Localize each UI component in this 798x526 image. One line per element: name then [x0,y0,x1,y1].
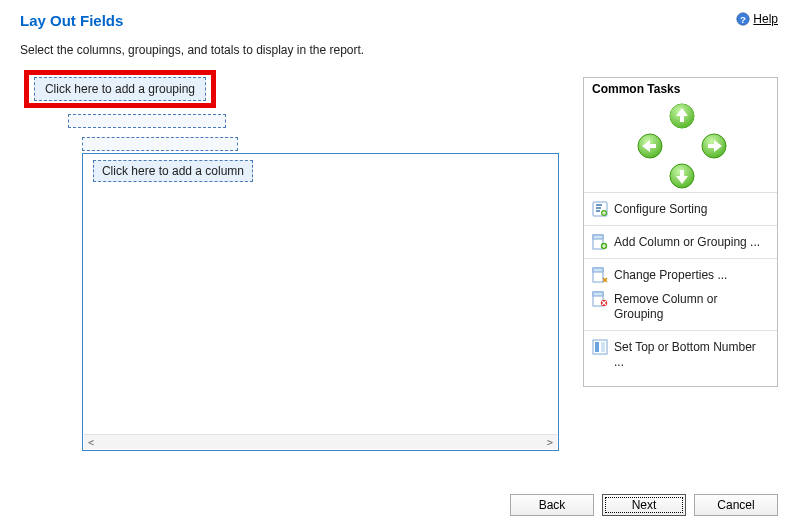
add-column-placeholder[interactable]: Click here to add a column [93,160,253,182]
move-left-button[interactable] [636,132,664,160]
svg-rect-18 [593,292,603,296]
grouping-tier-1[interactable] [68,114,226,128]
task-label: Add Column or Grouping ... [614,234,760,250]
help-label: Help [753,12,778,26]
back-button[interactable]: Back [510,494,594,516]
move-down-button[interactable] [668,162,696,190]
change-properties-task[interactable]: Change Properties ... [584,263,777,287]
common-tasks-title: Common Tasks [584,78,777,98]
grouping-tier-2[interactable] [82,137,238,151]
properties-icon [592,267,608,283]
svg-text:?: ? [740,14,746,25]
help-icon: ? [736,12,750,26]
task-label: Configure Sorting [614,201,707,217]
wizard-footer: Back Next Cancel [20,484,778,516]
arrow-pad [584,98,777,193]
move-right-button[interactable] [700,132,728,160]
scroll-left-arrow[interactable]: < [88,437,94,448]
svg-rect-13 [593,235,603,239]
report-canvas[interactable]: Click here to add a column < > [82,153,559,451]
move-up-button[interactable] [668,102,696,130]
help-link[interactable]: ? Help [736,12,778,26]
set-top-bottom-task[interactable]: Set Top or Bottom Number ... [584,335,777,374]
instruction-text: Select the columns, groupings, and total… [20,43,778,57]
common-tasks-panel: Common Tasks [583,77,778,387]
cancel-button[interactable]: Cancel [694,494,778,516]
add-column-icon [592,234,608,250]
add-column-task[interactable]: Add Column or Grouping ... [584,230,777,254]
task-label: Remove Column or Grouping [614,291,769,322]
scroll-right-arrow[interactable]: > [547,437,553,448]
add-grouping-placeholder[interactable]: Click here to add a grouping [34,77,206,101]
page-title: Lay Out Fields [20,12,123,29]
sort-icon [592,201,608,217]
remove-column-task[interactable]: Remove Column or Grouping [584,287,777,326]
next-button[interactable]: Next [602,494,686,516]
svg-rect-16 [593,268,603,272]
remove-column-icon [592,291,608,307]
svg-rect-21 [595,342,599,352]
set-top-icon [592,339,608,355]
svg-rect-22 [601,342,605,352]
task-label: Change Properties ... [614,267,727,283]
configure-sorting-task[interactable]: Configure Sorting [584,197,777,221]
task-label: Set Top or Bottom Number ... [614,339,769,370]
horizontal-scrollbar[interactable]: < > [84,434,557,449]
layout-canvas-area: Click here to add a grouping Click here … [20,77,559,457]
